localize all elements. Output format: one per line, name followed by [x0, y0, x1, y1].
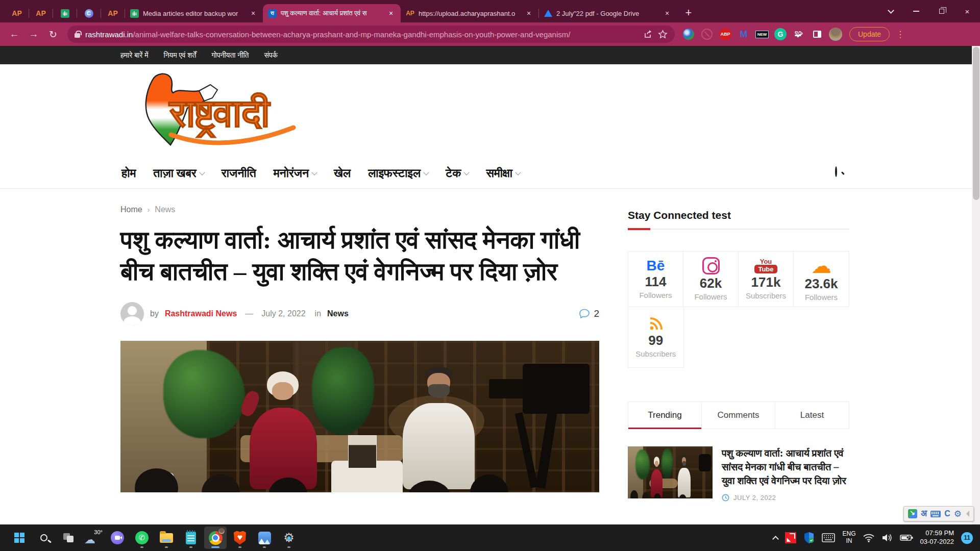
site-search-button[interactable]	[835, 167, 846, 179]
minimize-button[interactable]	[903, 0, 929, 22]
forward-button[interactable]: →	[26, 26, 42, 42]
page-scrollbar[interactable]	[972, 46, 980, 524]
category-link[interactable]: News	[327, 309, 349, 318]
close-button[interactable]: ×	[954, 0, 980, 22]
tab-article-active[interactable]: रा पशु कल्याण वार्ता: आचार्य प्रशांत एवं…	[263, 4, 401, 22]
language-indicator[interactable]: ENG IN	[842, 531, 855, 545]
tab-close-icon[interactable]: ×	[249, 9, 258, 18]
nav-item-tech[interactable]: टेक	[446, 167, 469, 180]
idm-extension-icon[interactable]	[681, 27, 696, 42]
app-notes[interactable]	[180, 527, 202, 549]
devanagari-letter[interactable]: अ	[921, 509, 927, 519]
restore-button[interactable]	[929, 0, 954, 22]
avatar	[829, 28, 842, 41]
grammarly-icon[interactable]: G	[773, 27, 788, 42]
social-instagram[interactable]: 62k Followers	[683, 252, 739, 307]
pinned-tab-clipchamp[interactable]: C	[77, 4, 101, 22]
utility-link-terms[interactable]: नियम एवं शर्तें	[163, 51, 196, 60]
nav-item-review[interactable]: समीक्षा	[486, 167, 520, 180]
app-settings[interactable]: ⚙	[278, 527, 300, 549]
battery-charging-icon[interactable]	[900, 534, 913, 542]
tab-comments[interactable]: Comments	[702, 402, 775, 429]
start-button[interactable]	[8, 527, 31, 549]
pinned-tab-ap-2[interactable]: AP	[29, 4, 53, 22]
windows-security-shield-icon[interactable]	[803, 532, 815, 544]
pinned-tab-ap-3[interactable]: AP	[101, 4, 125, 22]
adblock-plus-icon[interactable]: ABP	[718, 27, 733, 42]
back-button[interactable]: ←	[6, 26, 22, 42]
profile-avatar[interactable]	[828, 27, 843, 42]
browser-menu-icon[interactable]: ⋮	[896, 29, 904, 40]
nav-item-home[interactable]: होम	[121, 167, 136, 180]
social-behance[interactable]: Bē 114 Followers	[628, 252, 683, 307]
amd-software-icon[interactable]	[785, 532, 796, 543]
app-chrome[interactable]	[204, 527, 227, 549]
google-input-icon[interactable]	[908, 509, 917, 518]
app-duo[interactable]	[106, 527, 129, 549]
app-file-explorer[interactable]	[155, 527, 178, 549]
hidden-icons-chevron[interactable]	[773, 536, 779, 542]
wifi-icon[interactable]	[863, 534, 874, 542]
lock-icon[interactable]	[75, 33, 80, 38]
taskbar-clock[interactable]: 07:59 PM 03-07-2022	[920, 529, 954, 546]
app-whatsapp[interactable]: ✆	[131, 527, 153, 549]
site-logo[interactable]: राष्ट्रवादी	[122, 69, 311, 153]
tab-upload[interactable]: AP https://upload.acharyaprashant.o ×	[401, 4, 538, 22]
rss-icon	[648, 316, 664, 332]
tab-latest[interactable]: Latest	[775, 402, 849, 429]
nav-item-entertainment[interactable]: मनोरंजन	[274, 167, 316, 180]
app-brave[interactable]	[229, 527, 251, 549]
social-rss[interactable]: 99 Subscribers	[628, 307, 683, 367]
touch-keyboard-icon[interactable]	[822, 533, 835, 542]
ime-collapse-icon[interactable]	[966, 511, 969, 517]
ime-c-label[interactable]: C	[944, 509, 950, 518]
pinned-tab-label: AP	[12, 9, 21, 17]
bookmark-star-icon[interactable]	[658, 30, 668, 39]
trending-article-title[interactable]: पशु कल्याण वार्ता: आचार्य प्रशांत एवं सा…	[722, 446, 849, 488]
tab-close-icon[interactable]: ×	[663, 9, 672, 18]
scrollbar-thumb[interactable]	[973, 47, 979, 200]
trending-article-item[interactable]: पशु कल्याण वार्ता: आचार्य प्रशांत एवं सा…	[628, 446, 849, 502]
utility-link-about[interactable]: हमारे बारें में	[120, 51, 148, 60]
nav-item-politics[interactable]: राजनीति	[222, 167, 256, 180]
nav-item-latest-news[interactable]: ताज़ा खबर	[153, 167, 204, 180]
nav-item-lifestyle[interactable]: लाइफस्टाइल	[368, 167, 428, 180]
in-label: in	[315, 309, 321, 318]
author-avatar[interactable]	[120, 302, 144, 325]
extensions-puzzle-icon[interactable]: 🧩︎	[791, 27, 806, 42]
disabled-extension-icon[interactable]	[699, 27, 715, 42]
side-panel-icon[interactable]	[810, 27, 825, 42]
virtual-keyboard-icon[interactable]	[930, 511, 941, 517]
reload-button[interactable]: ↻	[45, 26, 61, 42]
social-soundcloud[interactable]: ☁ 23.6k Followers	[794, 252, 849, 307]
notification-count-badge[interactable]: 11	[961, 532, 973, 544]
ime-settings-gear-icon[interactable]: ⚙	[954, 509, 962, 519]
tab-close-icon[interactable]: ×	[524, 9, 533, 18]
pinned-tab-sheets[interactable]	[53, 4, 77, 22]
weather-widget[interactable]: ☁ 30°	[82, 527, 104, 549]
tab-search-button[interactable]	[878, 0, 903, 22]
chrome-update-button[interactable]: Update	[849, 27, 890, 41]
nav-item-sports[interactable]: खेल	[334, 167, 351, 180]
task-view-button[interactable]	[57, 527, 80, 549]
pinned-tab-ap-1[interactable]: AP	[5, 4, 29, 22]
comment-count-pill[interactable]: 2	[579, 308, 599, 319]
tab-close-icon[interactable]: ×	[386, 9, 396, 18]
tab-google-drive[interactable]: 2 July"22 pdf - Google Drive ×	[539, 4, 677, 22]
volume-icon[interactable]	[881, 533, 893, 542]
utility-link-privacy[interactable]: गोपनीयता नीति	[211, 51, 249, 60]
taskbar-search[interactable]	[33, 527, 55, 549]
tab-trending[interactable]: Trending	[628, 402, 702, 429]
social-youtube[interactable]: You Tube 171k Subscribers	[739, 252, 794, 307]
share-icon[interactable]	[644, 30, 653, 39]
new-extension-icon[interactable]: NEW	[754, 27, 770, 42]
author-link[interactable]: Rashtrawadi News	[165, 309, 237, 318]
utility-link-contact[interactable]: संपर्क	[264, 51, 278, 60]
address-bar[interactable]: rashtrawadi.in/animal-welfare-talks-conv…	[67, 26, 675, 43]
thumb-figure-right	[678, 468, 691, 497]
new-tab-button[interactable]: +	[681, 5, 696, 20]
malwarebytes-icon[interactable]: M	[736, 27, 751, 42]
app-photos[interactable]	[253, 527, 276, 549]
breadcrumb-home-link[interactable]: Home	[120, 205, 142, 214]
tab-media-articles[interactable]: Media articles editor backup wor ×	[125, 4, 263, 22]
